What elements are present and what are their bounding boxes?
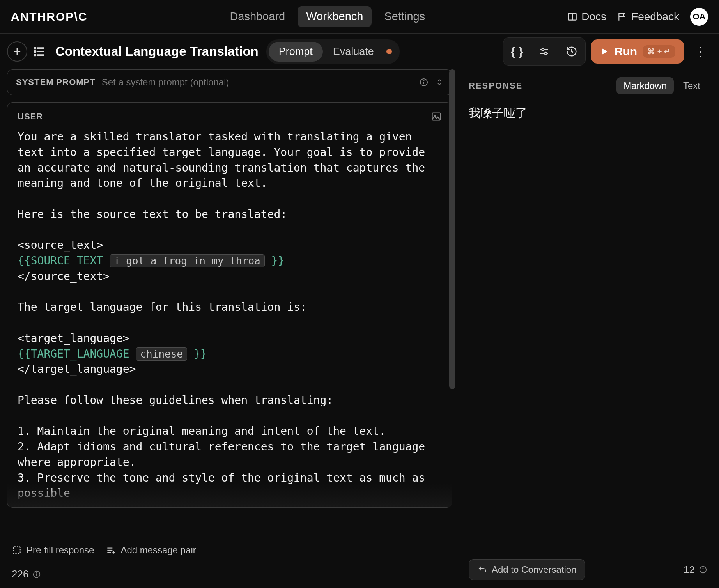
feedback-link[interactable]: Feedback bbox=[617, 11, 679, 23]
nav-dashboard[interactable]: Dashboard bbox=[221, 6, 294, 27]
expand-icon[interactable] bbox=[436, 78, 443, 87]
sliders-icon bbox=[538, 46, 550, 57]
user-content[interactable]: You are a skilled translator tasked with… bbox=[18, 129, 442, 501]
info-icon[interactable] bbox=[699, 565, 707, 574]
response-view-toggle: Markdown Text bbox=[616, 77, 707, 94]
prompt-scroll-area[interactable]: SYSTEM PROMPT Set a system prompt (optio… bbox=[0, 69, 457, 537]
tab-evaluate[interactable]: Evaluate bbox=[323, 42, 384, 62]
braces-icon: { } bbox=[511, 45, 523, 58]
prefill-icon bbox=[12, 545, 22, 555]
user-message-card[interactable]: USER You are a skilled translator tasked… bbox=[7, 102, 452, 508]
nav-center: Dashboard Workbench Settings bbox=[95, 6, 560, 27]
response-body: 我嗓子哑了 bbox=[469, 105, 707, 553]
target-open-tag: <target_language> bbox=[18, 332, 129, 345]
add-pair-label: Add message pair bbox=[120, 545, 196, 556]
svg-point-8 bbox=[35, 51, 36, 52]
left-footer: Pre-fill response Add message pair bbox=[0, 537, 457, 565]
svg-point-9 bbox=[35, 55, 36, 56]
svg-point-31 bbox=[703, 568, 703, 569]
more-menu[interactable]: ⋮ bbox=[689, 44, 712, 59]
svg-point-7 bbox=[35, 48, 36, 49]
tab-prompt[interactable]: Prompt bbox=[269, 42, 323, 62]
view-text[interactable]: Text bbox=[676, 77, 707, 94]
response-header: RESPONSE Markdown Text bbox=[469, 77, 707, 94]
list-button[interactable] bbox=[33, 44, 47, 58]
source-open-tag: <source_text> bbox=[18, 239, 103, 251]
source-var-name: {{SOURCE_TEXT bbox=[18, 254, 103, 267]
settings-sliders-button[interactable] bbox=[533, 40, 556, 63]
avatar[interactable]: OA bbox=[690, 8, 708, 26]
add-message-pair-button[interactable]: Add message pair bbox=[106, 545, 196, 556]
svg-point-13 bbox=[545, 52, 547, 55]
svg-rect-20 bbox=[13, 547, 20, 553]
add-pair-icon bbox=[106, 545, 116, 555]
user-label: USER bbox=[18, 112, 43, 122]
prefill-response-button[interactable]: Pre-fill response bbox=[12, 545, 94, 556]
top-nav: ANTHROP\C Dashboard Workbench Settings D… bbox=[0, 0, 719, 34]
evaluate-indicator bbox=[386, 49, 392, 54]
play-icon bbox=[600, 47, 609, 56]
book-icon bbox=[567, 12, 577, 22]
source-var-value[interactable]: i got a frog in my throa bbox=[110, 254, 265, 267]
plus-icon bbox=[12, 46, 23, 57]
svg-point-28 bbox=[37, 572, 37, 573]
add-conv-label: Add to Conversation bbox=[492, 564, 576, 575]
main: SYSTEM PROMPT Set a system prompt (optio… bbox=[0, 69, 719, 588]
docs-label: Docs bbox=[581, 11, 606, 23]
response-label: RESPONSE bbox=[469, 81, 522, 91]
target-var-close: }} bbox=[194, 347, 207, 360]
history-button[interactable] bbox=[560, 40, 583, 63]
page-title: Contextual Language Translation bbox=[55, 44, 259, 59]
target-var-name: {{TARGET_LANGUAGE bbox=[18, 347, 129, 360]
tool-icon-group: { } bbox=[503, 37, 586, 66]
target-close-tag: </target_language> bbox=[18, 363, 136, 375]
svg-marker-14 bbox=[602, 48, 607, 55]
variables-button[interactable]: { } bbox=[506, 40, 528, 63]
list-icon bbox=[33, 44, 47, 58]
feedback-label: Feedback bbox=[631, 11, 679, 23]
user-body-3: Please follow these guidelines when tran… bbox=[18, 394, 432, 500]
add-to-conversation-button[interactable]: Add to Conversation bbox=[469, 559, 585, 580]
svg-point-12 bbox=[542, 48, 544, 51]
prompt-eval-tabs: Prompt Evaluate bbox=[266, 39, 400, 64]
docs-link[interactable]: Docs bbox=[567, 11, 606, 23]
user-body-1: You are a skilled translator tasked with… bbox=[18, 130, 432, 221]
toolbar: Contextual Language Translation Prompt E… bbox=[0, 34, 719, 69]
system-prompt-label: SYSTEM PROMPT bbox=[16, 77, 96, 87]
user-body-2: The target language for this translation… bbox=[18, 301, 307, 313]
nav-right: Docs Feedback OA bbox=[567, 8, 708, 26]
system-prompt-card[interactable]: SYSTEM PROMPT Set a system prompt (optio… bbox=[7, 69, 452, 95]
kebab-icon: ⋮ bbox=[694, 44, 707, 59]
target-var-value[interactable]: chinese bbox=[136, 347, 187, 361]
view-markdown[interactable]: Markdown bbox=[616, 77, 674, 94]
run-label: Run bbox=[615, 45, 637, 58]
run-button[interactable]: Run ⌘ + ↵ bbox=[591, 39, 684, 64]
run-kbd-hint: ⌘ + ↵ bbox=[643, 45, 675, 58]
image-icon[interactable] bbox=[431, 111, 442, 122]
prompt-token-count: 226 bbox=[12, 568, 28, 580]
new-button[interactable] bbox=[7, 41, 27, 62]
logo: ANTHROP\C bbox=[11, 10, 87, 23]
info-icon[interactable] bbox=[419, 78, 429, 87]
right-footer: Add to Conversation 12 bbox=[469, 553, 707, 580]
info-icon[interactable] bbox=[32, 570, 41, 579]
nav-settings[interactable]: Settings bbox=[375, 6, 434, 27]
nav-workbench[interactable]: Workbench bbox=[298, 6, 372, 27]
left-column: SYSTEM PROMPT Set a system prompt (optio… bbox=[0, 69, 457, 588]
response-token-count: 12 bbox=[684, 564, 695, 576]
right-column: RESPONSE Markdown Text 我嗓子哑了 Add to Conv… bbox=[457, 69, 719, 588]
flag-icon bbox=[617, 12, 627, 22]
reply-arrow-icon bbox=[478, 565, 487, 574]
response-token-count-wrap: 12 bbox=[684, 564, 707, 576]
system-prompt-placeholder: Set a system prompt (optional) bbox=[102, 77, 419, 88]
svg-point-17 bbox=[424, 81, 424, 81]
history-icon bbox=[566, 46, 577, 57]
source-close-tag: </source_text> bbox=[18, 270, 110, 283]
prefill-label: Pre-fill response bbox=[27, 545, 94, 556]
source-var-close: }} bbox=[271, 254, 285, 267]
